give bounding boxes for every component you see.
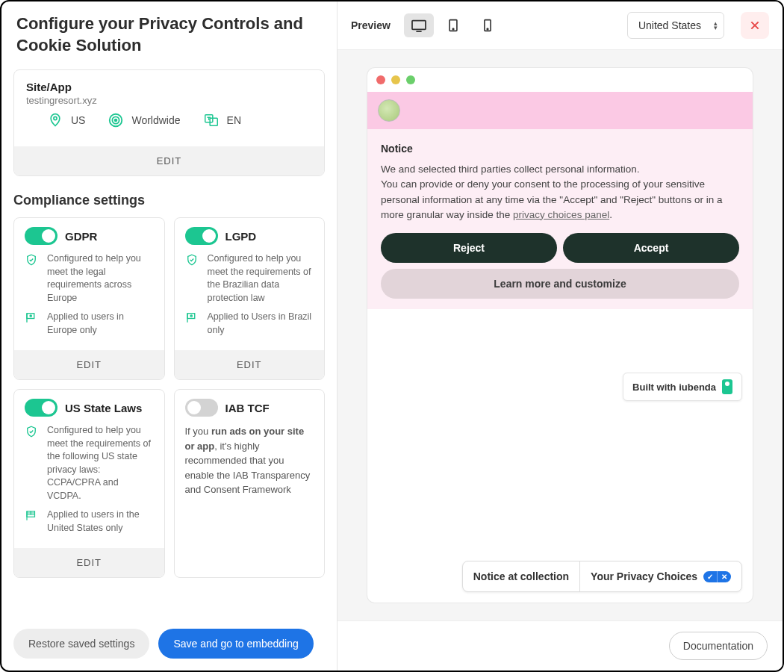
site-country: US xyxy=(47,112,85,128)
svg-rect-6 xyxy=(27,314,34,319)
page-title: Configure your Privacy Controls and Cook… xyxy=(16,13,322,56)
privacy-choices-link[interactable]: privacy choices panel xyxy=(513,209,609,220)
privacy-choices-button[interactable]: Your Privacy Choices ✓✕ xyxy=(579,561,741,591)
lgpd-applied: Applied to Users in Brazil only xyxy=(208,311,314,337)
svg-point-13 xyxy=(452,28,454,30)
shield-check-icon xyxy=(185,252,200,305)
site-app-card: Site/App testingresort.xyz US xyxy=(13,69,325,176)
lgpd-desc: Configured to help you meet the requirem… xyxy=(208,252,314,305)
privacy-choices-label: Your Privacy Choices xyxy=(591,570,697,582)
site-edit-button[interactable]: EDIT xyxy=(14,146,324,175)
device-desktop[interactable] xyxy=(404,13,434,37)
iab-text: If you run ads on your site or app, it's… xyxy=(185,424,314,497)
privacy-toggle-icon: ✓✕ xyxy=(703,571,731,582)
iubenda-icon xyxy=(722,379,732,394)
language-icon xyxy=(203,112,220,128)
gdpr-applied: Applied to users in Europe only xyxy=(47,311,154,337)
built-with-label: Built with iubenda xyxy=(632,382,716,393)
documentation-button[interactable]: Documentation xyxy=(669,632,768,660)
close-button[interactable] xyxy=(741,12,769,39)
us-desc: Configured to help you meet the requirem… xyxy=(47,424,154,503)
svg-point-7 xyxy=(30,315,31,317)
site-lang-label: EN xyxy=(227,114,241,126)
window-dots xyxy=(367,68,753,92)
gdpr-edit-button[interactable]: EDIT xyxy=(14,350,164,379)
us-applied: Applied to users in the United States on… xyxy=(47,508,154,535)
us-edit-button[interactable]: EDIT xyxy=(14,548,164,577)
lgpd-card: LGPD Configured to help you meet the req… xyxy=(174,217,326,380)
svg-rect-11 xyxy=(412,21,426,30)
lgpd-title: LGPD xyxy=(225,230,257,243)
select-caret-icon: ▴▾ xyxy=(714,21,718,30)
gdpr-title: GDPR xyxy=(65,230,97,243)
region-select[interactable]: United States ▴▾ xyxy=(627,12,724,39)
gdpr-desc: Configured to help you meet the legal re… xyxy=(47,252,154,305)
target-icon xyxy=(108,112,124,128)
region-value: United States xyxy=(638,19,701,31)
svg-point-0 xyxy=(54,117,57,120)
notice-title: Notice xyxy=(381,143,739,155)
site-scope-label: Worldwide xyxy=(131,114,180,126)
shield-check-icon xyxy=(25,424,40,503)
iab-title: IAB TCF xyxy=(225,402,270,414)
restore-button[interactable]: Restore saved settings xyxy=(13,629,149,659)
site-lang: EN xyxy=(203,112,241,128)
lgpd-toggle[interactable] xyxy=(185,227,218,245)
config-panel: Configure your Privacy Controls and Cook… xyxy=(1,1,337,671)
site-header xyxy=(367,92,753,129)
site-label: Site/App xyxy=(26,81,312,93)
svg-point-9 xyxy=(190,315,192,317)
flag-us-icon xyxy=(25,508,40,535)
device-tablet[interactable] xyxy=(438,13,468,37)
preview-panel: Preview United States ▴▾ xyxy=(337,1,783,671)
shield-check-icon xyxy=(25,252,40,305)
compliance-heading: Compliance settings xyxy=(13,193,325,208)
learn-more-button[interactable]: Learn more and customize xyxy=(381,269,739,299)
reject-button[interactable]: Reject xyxy=(381,233,557,263)
accept-button[interactable]: Accept xyxy=(563,233,739,263)
save-button[interactable]: Save and go to embedding xyxy=(158,629,313,659)
site-logo xyxy=(378,99,400,122)
us-card: US State Laws Configured to help you mee… xyxy=(13,389,165,578)
gdpr-card: GDPR Configured to help you meet the leg… xyxy=(13,217,165,380)
preview-browser: Notice We and selected third parties col… xyxy=(367,68,753,603)
us-title: US State Laws xyxy=(65,402,142,414)
us-toggle[interactable] xyxy=(25,399,57,417)
svg-rect-8 xyxy=(187,314,195,319)
notice-collection-button[interactable]: Notice at collection xyxy=(463,561,579,591)
flag-icon xyxy=(185,311,200,337)
pin-icon xyxy=(47,112,63,128)
svg-point-15 xyxy=(487,28,488,30)
device-mobile[interactable] xyxy=(473,13,503,37)
config-scroll[interactable]: Site/App testingresort.xyz US xyxy=(1,65,337,617)
lgpd-edit-button[interactable]: EDIT xyxy=(175,350,325,379)
svg-point-3 xyxy=(115,119,117,122)
preview-label: Preview xyxy=(351,19,391,31)
iab-toggle[interactable] xyxy=(185,399,218,417)
site-country-label: US xyxy=(71,114,85,126)
site-domain: testingresort.xyz xyxy=(26,95,312,106)
gdpr-toggle[interactable] xyxy=(25,227,57,245)
flag-icon xyxy=(25,311,40,337)
iab-card: IAB TCF If you run ads on your site or a… xyxy=(174,389,326,578)
cookie-notice: Notice We and selected third parties col… xyxy=(367,129,753,309)
site-scope: Worldwide xyxy=(108,112,180,128)
built-with-badge[interactable]: Built with iubenda xyxy=(623,373,742,401)
notice-text: We and selected third parties collect pe… xyxy=(381,162,739,223)
